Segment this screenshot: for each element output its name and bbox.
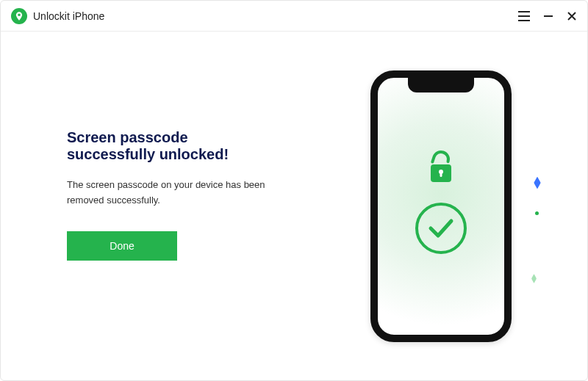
window-controls bbox=[518, 11, 577, 21]
illustration-pane bbox=[294, 32, 587, 380]
phone-illustration bbox=[370, 70, 512, 342]
svg-point-4 bbox=[417, 204, 465, 253]
content: Screen passcode successfully unlocked! T… bbox=[1, 32, 587, 380]
location-pin-icon bbox=[14, 11, 24, 21]
minimize-icon[interactable] bbox=[543, 11, 553, 21]
svg-point-0 bbox=[18, 13, 21, 16]
done-button[interactable]: Done bbox=[67, 231, 177, 261]
sparkle-icon bbox=[534, 177, 540, 189]
app-logo bbox=[11, 8, 27, 24]
unlock-icon bbox=[425, 150, 457, 185]
titlebar: Unlockit iPhone bbox=[1, 1, 587, 32]
titlebar-left: Unlockit iPhone bbox=[11, 8, 104, 24]
phone-screen bbox=[378, 78, 504, 335]
success-heading: Screen passcode successfully unlocked! bbox=[67, 129, 272, 163]
app-title: Unlockit iPhone bbox=[33, 10, 104, 22]
message-pane: Screen passcode successfully unlocked! T… bbox=[1, 129, 294, 283]
sparkle-icon bbox=[531, 274, 537, 283]
close-icon[interactable] bbox=[567, 11, 577, 21]
menu-icon[interactable] bbox=[518, 11, 530, 21]
checkmark-circle-icon bbox=[414, 201, 468, 255]
success-subtext: The screen passcode on your device has b… bbox=[67, 178, 272, 208]
svg-rect-3 bbox=[440, 173, 442, 177]
sparkle-icon bbox=[535, 211, 539, 215]
